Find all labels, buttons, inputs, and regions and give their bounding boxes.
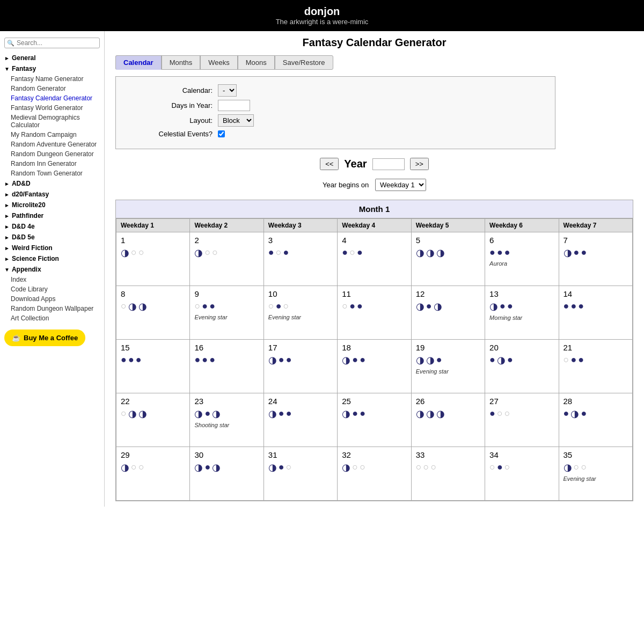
weekday-header-weekday-6: Weekday 6 [485, 219, 559, 232]
year-begins-select[interactable]: Weekday 1 Weekday 2 Weekday 3 Weekday 4 … [375, 179, 426, 191]
calendar-day: 32◑○○ [338, 447, 411, 501]
sidebar-section-weird[interactable]: ►Weird Fiction [0, 243, 104, 253]
sidebar-item-medieval-demographics-calculator[interactable]: Medieval Demographics Calculator [0, 113, 104, 130]
calendar-wrapper: Month 1 Weekday 1Weekday 2Weekday 3Weekd… [115, 200, 633, 501]
sidebar-item-random-town-generator[interactable]: Random Town Generator [0, 169, 104, 178]
year-begins-row: Year begins on Weekday 1 Weekday 2 Weekd… [115, 179, 633, 191]
calendar-day: 28●◑● [559, 393, 632, 447]
calendar-day: 8○◑◑ [116, 286, 190, 340]
calendar-day: 23◑●◑Shooting star [190, 393, 264, 447]
config-box: Calendar: - Days in Year: 391 Layout: Bl… [115, 76, 555, 149]
tab-calendar[interactable]: Calendar [115, 55, 162, 70]
calendar-day: 26◑◑◑ [411, 393, 485, 447]
sidebar-section-appendix[interactable]: ▼Appendix [0, 264, 104, 275]
search-icon: 🔍 [7, 40, 14, 47]
sidebar-item-art-collection[interactable]: Art Collection [0, 313, 104, 323]
calendar-day: 5◑◑◑ [411, 232, 485, 286]
weekday-header-weekday-3: Weekday 3 [264, 219, 337, 232]
main-content: Fantasy Calendar Generator CalendarMonth… [105, 31, 644, 507]
calendar-day: 9○●●Evening star [190, 286, 264, 340]
calendar-day: 21○●● [559, 340, 632, 393]
calendar-day: 25◑●● [338, 393, 411, 447]
calendar-day: 22○◑◑ [116, 393, 190, 447]
sidebar: 🔍 ►General▼FantasyFantasy Name Generator… [0, 31, 105, 507]
days-in-year-label: Days in Year: [127, 101, 213, 109]
calendar-day: 16●●● [190, 340, 264, 393]
sidebar-item-random-inn-generator[interactable]: Random Inn Generator [0, 159, 104, 169]
calendar-select[interactable]: - [218, 84, 237, 97]
year-input[interactable]: 1354 [372, 158, 405, 170]
calendar-day: 14●●● [559, 286, 632, 340]
sidebar-item-my-random-campaign[interactable]: My Random Campaign [0, 130, 104, 140]
calendar-day: 7◑●● [559, 232, 632, 286]
calendar-day: 1◑○○ [116, 232, 190, 286]
sidebar-item-code-library[interactable]: Code Library [0, 284, 104, 294]
calendar-day: 15●●● [116, 340, 190, 393]
calendar-day: 2◑○○ [190, 232, 264, 286]
sidebar-section-fantasy[interactable]: ▼Fantasy [0, 63, 104, 74]
calendar-day: 19◑◑●Evening star [411, 340, 485, 393]
sidebar-item-random-generator[interactable]: Random Generator [0, 84, 104, 93]
buy-coffee-button[interactable]: ☕ Buy Me a Coffee [4, 330, 85, 346]
prev-year-button[interactable]: << [320, 158, 339, 170]
tab-weeks[interactable]: Weeks [200, 55, 238, 70]
sidebar-item-random-dungeon-generator[interactable]: Random Dungeon Generator [0, 149, 104, 159]
calendar-day: 30◑●◑ [190, 447, 264, 501]
tabs: CalendarMonthsWeeksMoonsSave/Restore [115, 55, 633, 70]
search-input[interactable] [17, 39, 97, 47]
calendar-label: Calendar: [127, 86, 213, 94]
site-subtitle: The arkwright is a were-mimic [5, 18, 639, 26]
sidebar-item-fantasy-name-generator[interactable]: Fantasy Name Generator [0, 74, 104, 84]
calendar-day: 33○○○ [411, 447, 485, 501]
calendar-day: 24◑●● [264, 393, 337, 447]
sidebar-item-download-apps[interactable]: Download Apps [0, 294, 104, 304]
calendar-day: 13◑●●Morning star [485, 286, 559, 340]
calendar-day: 4●○● [338, 232, 411, 286]
calendar-day: 6●●●Aurora [485, 232, 559, 286]
year-label: Year [344, 158, 367, 170]
calendar-day: 18◑●● [338, 340, 411, 393]
page-title: Fantasy Calendar Generator [115, 36, 633, 49]
sidebar-section-microlite20[interactable]: ►Microlite20 [0, 200, 104, 210]
celestial-checkbox[interactable] [218, 130, 225, 137]
calendar-day: 12◑●◑ [411, 286, 485, 340]
celestial-label: Celestial Events? [127, 130, 213, 138]
sidebar-section-general[interactable]: ►General [0, 53, 104, 63]
tab-months[interactable]: Months [162, 55, 201, 70]
site-title: donjon [5, 5, 639, 18]
weekday-header-weekday-5: Weekday 5 [411, 219, 485, 232]
weekday-header-weekday-7: Weekday 7 [559, 219, 632, 232]
calendar-day: 10○●○Evening star [264, 286, 337, 340]
sidebar-item-fantasy-world-generator[interactable]: Fantasy World Generator [0, 103, 104, 113]
sidebar-item-fantasy-calendar-generator[interactable]: Fantasy Calendar Generator [0, 93, 104, 103]
sidebar-item-index[interactable]: Index [0, 275, 104, 284]
weekday-header-weekday-2: Weekday 2 [190, 219, 264, 232]
calendar-day: 35◑○○Evening star [559, 447, 632, 501]
sidebar-section-d20fantasy[interactable]: ►d20/Fantasy [0, 189, 104, 200]
layout-label: Layout: [127, 116, 213, 125]
calendar-day: 11○●● [338, 286, 411, 340]
days-in-year-input[interactable]: 391 [218, 100, 250, 111]
sidebar-item-random-adventure-generator[interactable]: Random Adventure Generator [0, 140, 104, 149]
next-year-button[interactable]: >> [410, 158, 429, 170]
sidebar-section-dnd4e[interactable]: ►D&D 4e [0, 221, 104, 232]
sidebar-section-scifi[interactable]: ►Science Fiction [0, 253, 104, 264]
sidebar-nav: ►General▼FantasyFantasy Name GeneratorRa… [0, 53, 104, 323]
year-nav: << Year 1354 >> [115, 158, 633, 170]
calendar-day: 29◑○○ [116, 447, 190, 501]
site-header: donjon The arkwright is a were-mimic [0, 0, 644, 31]
calendar-day: 27●○○ [485, 393, 559, 447]
weekday-header-weekday-1: Weekday 1 [116, 219, 190, 232]
search-box[interactable]: 🔍 [4, 38, 100, 48]
tab-moons[interactable]: Moons [238, 55, 275, 70]
month-header: Month 1 [116, 200, 633, 218]
calendar-day: 20●◑● [485, 340, 559, 393]
layout-select[interactable]: Block Linear [218, 114, 254, 127]
calendar-day: 17◑●● [264, 340, 337, 393]
sidebar-section-pathfinder[interactable]: ►Pathfinder [0, 210, 104, 221]
sidebar-section-adnd[interactable]: ►AD&D [0, 178, 104, 189]
sidebar-item-random-dungeon-wallpaper[interactable]: Random Dungeon Wallpaper [0, 304, 104, 313]
calendar-day: 34○●○ [485, 447, 559, 501]
sidebar-section-dnd5e[interactable]: ►D&D 5e [0, 232, 104, 243]
tab-save/restore[interactable]: Save/Restore [275, 55, 333, 70]
